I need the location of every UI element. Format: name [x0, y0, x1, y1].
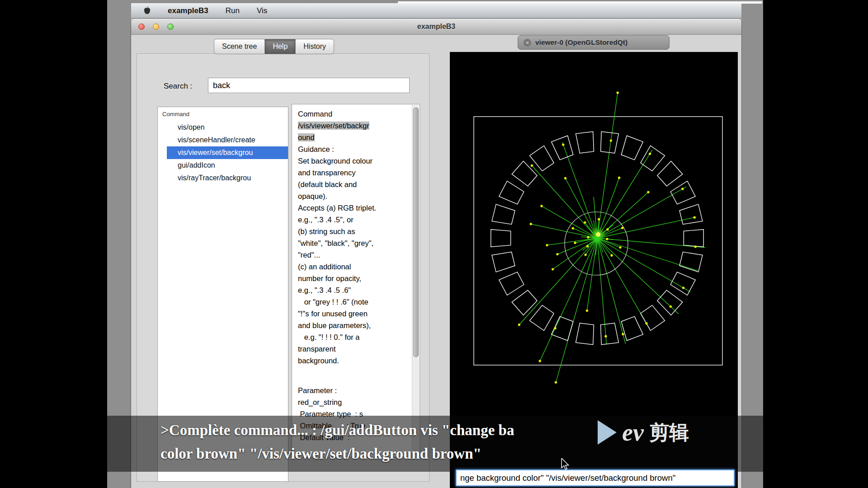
- command-tree-item[interactable]: vis/open: [158, 121, 288, 134]
- viewer-tab[interactable]: × viewer-0 (OpenGLStoredQt): [518, 35, 670, 50]
- guidance-line: (b) string such as: [298, 225, 411, 237]
- guidance-line: Set background colour: [298, 155, 411, 167]
- help-command-line: ound: [298, 131, 411, 143]
- guidance-line: "white", "black", "grey",: [298, 237, 411, 249]
- watermark: ev 剪辑: [598, 420, 689, 445]
- parameter-line: Parameter :: [298, 385, 411, 396]
- guidance-line: (default black and: [298, 178, 411, 190]
- session-command-input[interactable]: [456, 469, 735, 486]
- guidance-line: number for opacity,: [298, 272, 411, 284]
- apple-menu-icon[interactable]: [144, 6, 151, 15]
- watermark-brand-latin: ev: [622, 420, 644, 445]
- guidance-line: and transparency: [298, 167, 411, 178]
- guidance-line: "red"...: [298, 249, 411, 261]
- minimize-button[interactable]: [153, 23, 159, 30]
- guidance-line: transparent: [298, 343, 411, 355]
- command-tree-header: Command: [158, 107, 288, 121]
- guidance-line: and blue parameters),: [298, 319, 411, 331]
- help-scrollbar[interactable]: [412, 105, 419, 456]
- tab-bar: Scene tree Help History: [214, 39, 334, 54]
- help-header: Command: [298, 108, 411, 120]
- guidance-line: "!"s for unused green: [298, 308, 411, 319]
- command-tree-item[interactable]: vis/rayTracer/backgrou: [158, 172, 288, 184]
- guidance-line: background.: [298, 355, 411, 366]
- command-tree-list: vis/openvis/sceneHandler/createvis/viewe…: [158, 121, 288, 184]
- search-input[interactable]: [208, 78, 410, 93]
- guidance-line: e.g., ".3 .4 .5 .6": [298, 284, 411, 296]
- help-command-line: /vis/viewer/set/backgr: [298, 120, 411, 131]
- menu-app-name[interactable]: exampleB3: [168, 6, 208, 15]
- tab-history[interactable]: History: [296, 39, 334, 54]
- zoom-button[interactable]: [167, 23, 174, 30]
- help-content: Command /vis/viewer/set/backgr ound Guid…: [292, 104, 412, 457]
- window-title: exampleB3: [417, 23, 456, 31]
- guidance-line: opaque).: [298, 190, 411, 202]
- play-icon: [598, 420, 617, 445]
- subtitle-line-2: color brown" "/vis/viewer/set/background…: [160, 442, 763, 465]
- close-button[interactable]: [138, 23, 145, 30]
- command-tree-item[interactable]: gui/addIcon: [158, 159, 288, 172]
- guidance-line: or "grey ! ! .6" (note: [298, 296, 411, 308]
- help-gap: [298, 366, 411, 385]
- guidance-line: (c) an additional: [298, 261, 411, 272]
- parameter-line: red_or_string: [298, 396, 411, 408]
- viewer-tab-label: viewer-0 (OpenGLStoredQt): [535, 38, 627, 47]
- stage: exampleB3 Run Vis exampleB3 Scene: [0, 0, 868, 488]
- tab-help[interactable]: Help: [265, 39, 296, 54]
- scrollbar-thumb[interactable]: [413, 108, 419, 357]
- search-label: Search :: [164, 82, 192, 91]
- mouse-cursor-icon: [561, 458, 571, 473]
- guidance-line: e.g. "! ! ! 0." for a: [298, 331, 411, 343]
- guidance-label: Guidance :: [298, 143, 411, 155]
- guidance-text: Set background colourand transparency(de…: [298, 155, 411, 366]
- menu-run[interactable]: Run: [226, 6, 240, 15]
- watermark-brand-cjk: 剪辑: [649, 420, 689, 445]
- guidance-line: e.g., ".3 .4 .5", or: [298, 214, 411, 225]
- menu-vis[interactable]: Vis: [257, 6, 267, 15]
- video-frame: exampleB3 Run Vis exampleB3 Scene: [107, 0, 763, 488]
- menu-bar: exampleB3 Run Vis: [131, 3, 741, 19]
- command-tree-item[interactable]: vis/sceneHandler/create: [158, 134, 288, 146]
- viewer-close-icon[interactable]: ×: [524, 39, 531, 47]
- window-titlebar[interactable]: exampleB3: [131, 19, 741, 35]
- tab-scene-tree[interactable]: Scene tree: [214, 39, 265, 54]
- command-tree-item[interactable]: vis/viewer/set/backgrou: [167, 146, 288, 159]
- guidance-line: Accepts (a) RGB triplet.: [298, 202, 411, 214]
- help-panel: Command /vis/viewer/set/backgr ound Guid…: [292, 104, 420, 457]
- traffic-lights: [138, 23, 174, 30]
